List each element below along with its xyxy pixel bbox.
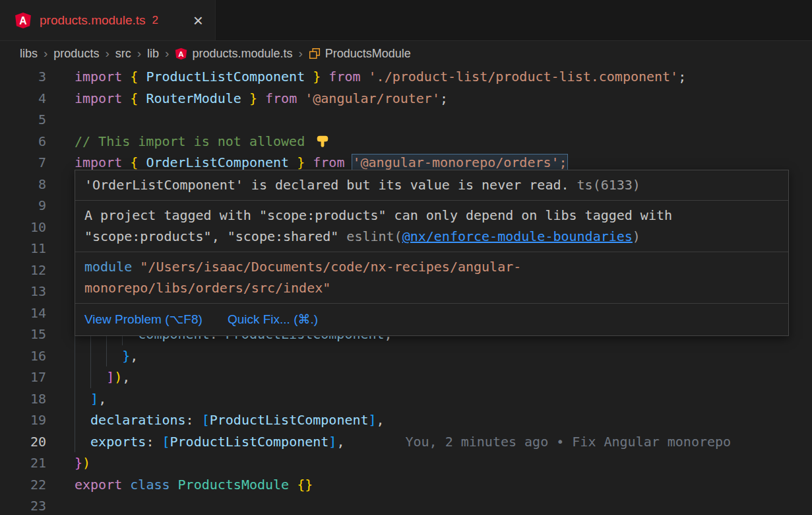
svg-text:A: A <box>19 15 26 26</box>
token <box>75 431 90 453</box>
line-number: 4 <box>0 88 46 110</box>
breadcrumb-item-lib[interactable]: lib <box>147 47 159 61</box>
token: } <box>122 348 130 364</box>
tab-products-module[interactable]: A products.module.ts 2 × <box>0 0 216 40</box>
token <box>75 388 90 410</box>
token: OrderListComponent <box>138 154 297 170</box>
code-line-18[interactable]: 18], <box>0 388 812 410</box>
token: declarations <box>90 412 186 428</box>
line-number: 6 <box>0 131 46 153</box>
code-line-3[interactable]: 3import { ProductListComponent } from '.… <box>0 66 812 88</box>
breadcrumb-separator-icon: › <box>137 46 141 61</box>
code-line-5[interactable]: 5 <box>0 109 812 131</box>
token: './product-list/product-list.component' <box>369 69 679 85</box>
vscode-window: A products.module.ts 2 × libs›products›s… <box>0 0 812 515</box>
breadcrumb-item-productsmodule[interactable]: ProductsModule <box>309 47 411 61</box>
token: { <box>130 154 138 170</box>
breadcrumb-item-products[interactable]: products <box>53 47 99 61</box>
module-declaration: module "/Users/isaac/Documents/code/nx-r… <box>75 252 788 304</box>
hover-action-bar: View Problem (⌥F8) Quick Fix... (⌘.) <box>75 304 788 336</box>
token <box>75 345 90 367</box>
token <box>361 69 369 85</box>
eslint-rule-link[interactable]: @nx/enforce-module-boundaries <box>402 228 633 244</box>
module-path-line1: "/Users/isaac/Documents/code/nx-recipes/… <box>140 259 521 275</box>
breadcrumb-label: ProductsModule <box>325 47 411 61</box>
code-text: export class ProductsModule {} <box>75 477 313 493</box>
token: } <box>75 455 82 471</box>
error-hover-popup: 'OrderListComponent' is declared but its… <box>75 170 789 336</box>
tab-bar: A products.module.ts 2 × <box>0 0 812 41</box>
code-text: declarations: [ProductListComponent], <box>75 412 385 428</box>
module-keyword: module <box>84 259 132 275</box>
token <box>122 90 130 106</box>
token: } <box>249 90 257 106</box>
token <box>75 409 90 431</box>
breadcrumb: libs›products›src›lib›Aproducts.module.t… <box>0 41 812 66</box>
breadcrumb-separator-icon: › <box>105 46 109 61</box>
breadcrumb-item-products-module-ts[interactable]: Aproducts.module.ts <box>175 47 292 61</box>
token <box>305 154 313 170</box>
breadcrumb-item-libs[interactable]: libs <box>20 47 38 61</box>
code-text: }, <box>75 348 138 364</box>
breadcrumb-separator-icon: › <box>165 46 169 61</box>
close-tab-icon[interactable]: × <box>183 12 203 29</box>
token: from <box>328 69 360 85</box>
token: { <box>130 69 138 85</box>
token: ProductListComponent <box>210 412 369 428</box>
code-line-16[interactable]: 16}, <box>0 345 812 367</box>
view-problem-link[interactable]: View Problem (⌥F8) <box>84 309 203 331</box>
token <box>170 477 178 493</box>
class-symbol-icon <box>309 48 321 59</box>
token <box>90 366 106 388</box>
line-number: 9 <box>0 195 46 217</box>
module-path-line2: monorepo/libs/orders/src/index" <box>84 280 330 296</box>
code-text: // This import is not allowed <box>75 133 330 149</box>
token <box>106 345 122 367</box>
code-line-20[interactable]: 20exports: [ProductListComponent],You, 2… <box>0 431 812 453</box>
code-line-4[interactable]: 4import { RouterModule } from '@angular/… <box>0 88 812 110</box>
token: '@angular-monorepo/orders'; <box>352 154 567 170</box>
ts-error-code: ts(6133) <box>577 177 640 193</box>
git-blame-annotation: You, 2 minutes ago • Fix Angular monorep… <box>405 434 731 450</box>
breadcrumb-label: lib <box>147 47 159 61</box>
token <box>257 90 265 106</box>
code-line-6[interactable]: 6// This import is not allowed <box>0 131 812 153</box>
token <box>321 69 328 85</box>
quick-fix-link[interactable]: Quick Fix... (⌘.) <box>228 309 318 331</box>
code-line-21[interactable]: 21}) <box>0 452 812 474</box>
token: from <box>313 154 344 170</box>
code-text: exports: [ProductListComponent], <box>75 434 344 450</box>
breadcrumb-label: products <box>53 47 99 61</box>
line-number: 7 <box>0 152 46 174</box>
token <box>122 154 130 170</box>
token: ; <box>440 90 448 106</box>
token: : <box>186 412 202 428</box>
token: , <box>98 391 106 407</box>
ts-error-message: 'OrderListComponent' is declared but its… <box>75 170 788 201</box>
code-text: }) <box>75 455 90 471</box>
token: [ <box>162 434 170 450</box>
code-text: import { RouterModule } from '@angular/r… <box>75 90 448 106</box>
code-line-19[interactable]: 19declarations: [ProductListComponent], <box>0 409 812 431</box>
code-line-23[interactable]: 23 <box>0 495 812 515</box>
breadcrumb-label: src <box>115 47 131 61</box>
token: '@angular/router' <box>305 90 440 106</box>
line-number: 8 <box>0 174 46 195</box>
code-line-22[interactable]: 22export class ProductsModule {} <box>0 474 812 496</box>
code-line-17[interactable]: 17]), <box>0 366 812 388</box>
svg-text:A: A <box>179 50 184 57</box>
token <box>122 477 130 493</box>
token: ) <box>114 369 122 385</box>
token: class <box>130 477 170 493</box>
line-number: 3 <box>0 66 46 88</box>
code-editor[interactable]: 3import { ProductListComponent } from '.… <box>0 66 812 515</box>
tab-label: products.module.ts <box>40 13 146 28</box>
token: [ <box>202 412 210 428</box>
line-number: 22 <box>0 474 46 496</box>
token: , <box>336 434 344 450</box>
token <box>90 345 106 367</box>
line-number: 20 <box>0 431 46 453</box>
token <box>75 366 90 388</box>
code-text: import { OrderListComponent } from '@ang… <box>75 154 567 170</box>
breadcrumb-item-src[interactable]: src <box>115 47 131 61</box>
